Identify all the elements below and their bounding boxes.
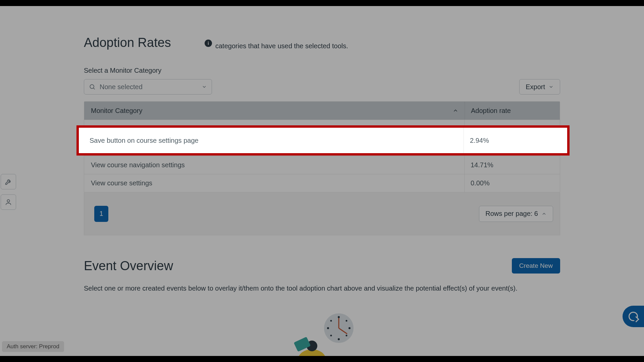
table-row[interactable]: View course settings 0.00% [84, 174, 560, 192]
row-rate: 0.00% [465, 174, 560, 192]
highlighted-row-rate: 2.94% [464, 128, 567, 153]
auth-server-badge: Auth server: Preprod [2, 341, 64, 352]
svg-point-11 [330, 320, 332, 322]
top-info-text: categories that have used the selected t… [215, 42, 348, 51]
svg-point-9 [338, 338, 340, 340]
select-monitor-label: Select a Monitor Category [84, 67, 560, 74]
row-rate: 14.71% [465, 156, 560, 174]
help-fab-button[interactable] [623, 306, 644, 327]
row-category: View course navigation settings [84, 156, 465, 174]
column-header-rate[interactable]: Adoption rate [465, 102, 560, 120]
help-icon [629, 312, 638, 321]
chevron-down-icon [548, 84, 554, 89]
user-tool-button[interactable] [1, 194, 16, 210]
column-header-category[interactable]: Monitor Category [84, 107, 465, 115]
search-icon [89, 83, 96, 90]
chevron-up-icon [541, 211, 547, 217]
side-tool-panel [1, 174, 16, 210]
svg-point-8 [327, 327, 329, 329]
svg-point-13 [330, 335, 332, 337]
event-overview-title: Event Overview [84, 259, 173, 273]
table-header-row: Monitor Category Adoption rate [84, 102, 560, 120]
highlighted-row-category: Save button on course settings page [79, 128, 464, 153]
page-1-button[interactable]: 1 [94, 206, 108, 222]
svg-point-6 [338, 316, 340, 318]
wrench-icon [5, 178, 12, 185]
letterbox-bottom [0, 356, 644, 362]
svg-point-0 [7, 200, 9, 202]
monitor-category-select[interactable]: None selected [84, 79, 212, 95]
user-icon [5, 198, 12, 206]
letterbox-top [0, 0, 644, 6]
table-footer: 1 Rows per page: 6 [84, 192, 560, 235]
info-icon: i [205, 40, 212, 47]
create-new-button[interactable]: Create New [512, 258, 560, 274]
highlighted-row[interactable]: Save button on course settings page 2.94… [76, 125, 570, 156]
svg-point-12 [346, 335, 347, 337]
export-button[interactable]: Export [519, 79, 560, 95]
svg-point-10 [346, 320, 347, 322]
chevron-down-icon [202, 84, 207, 89]
svg-point-7 [348, 327, 351, 329]
table-row[interactable]: View course navigation settings 14.71% [84, 156, 560, 174]
chevron-up-icon [452, 108, 459, 114]
svg-point-1 [90, 84, 94, 88]
rows-per-page-select[interactable]: Rows per page: 6 [479, 206, 553, 222]
row-category: View course settings [84, 174, 465, 192]
svg-line-2 [94, 88, 95, 89]
event-illustration [84, 310, 560, 362]
wrench-tool-button[interactable] [1, 174, 16, 189]
event-overview-desc: Select one or more created events below … [84, 284, 560, 293]
export-label: Export [526, 83, 545, 91]
select-placeholder: None selected [100, 83, 198, 91]
top-info-row: i categories that have used the selected… [205, 42, 503, 51]
